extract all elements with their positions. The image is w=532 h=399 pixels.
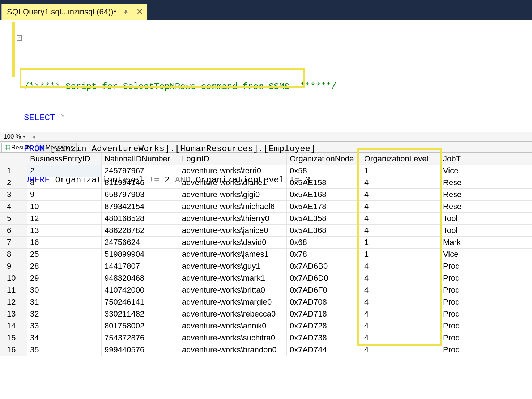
cell[interactable]: 16 xyxy=(27,237,102,249)
col-header[interactable]: OrganizationNode xyxy=(287,153,361,165)
row-number[interactable]: 12 xyxy=(0,296,27,308)
cell[interactable]: adventure-works\gigi0 xyxy=(179,189,287,201)
cell[interactable]: 1 xyxy=(361,237,440,249)
table-row[interactable]: 28811994146adventure-works\diane10x5AE15… xyxy=(0,177,532,189)
cell[interactable]: 0x5AE358 xyxy=(287,213,361,225)
col-header[interactable]: JobT xyxy=(440,153,532,165)
cell[interactable]: Vice xyxy=(440,249,532,260)
cell[interactable]: Prod xyxy=(440,296,532,308)
cell[interactable]: adventure-works\mark1 xyxy=(179,272,287,284)
cell[interactable]: adventure-works\david0 xyxy=(179,237,287,249)
document-tab[interactable]: SQLQuery1.sql...inzinsql (64))* ✕ xyxy=(1,4,147,20)
table-row[interactable]: 12245797967adventure-works\terri00x581Vi… xyxy=(0,165,532,177)
cell[interactable]: 14417807 xyxy=(102,260,179,272)
table-row[interactable]: 1534754372876adventure-works\suchitra00x… xyxy=(0,332,532,344)
cell[interactable]: 12 xyxy=(27,213,102,225)
row-number[interactable]: 11 xyxy=(0,284,27,296)
cell[interactable]: adventure-works\brandon0 xyxy=(179,344,287,356)
cell[interactable]: 0x5AE158 xyxy=(287,177,361,189)
cell[interactable]: 10 xyxy=(27,201,102,213)
cell[interactable]: 330211482 xyxy=(102,308,179,320)
col-header[interactable]: NationalIDNumber xyxy=(102,153,179,165)
row-number[interactable]: 7 xyxy=(0,237,27,249)
row-number[interactable]: 13 xyxy=(0,308,27,320)
cell[interactable]: 0x7AD6D0 xyxy=(287,272,361,284)
cell[interactable]: adventure-works\guy1 xyxy=(179,260,287,272)
row-number[interactable]: 2 xyxy=(0,177,27,189)
cell[interactable]: 0x7AD738 xyxy=(287,332,361,344)
cell[interactable]: adventure-works\thierry0 xyxy=(179,213,287,225)
cell[interactable]: 750246141 xyxy=(102,296,179,308)
cell[interactable]: adventure-works\terri0 xyxy=(179,165,287,177)
cell[interactable]: adventure-works\annik0 xyxy=(179,320,287,332)
cell[interactable]: 0x5AE168 xyxy=(287,189,361,201)
results-table[interactable]: BusinessEntityID NationalIDNumber LoginI… xyxy=(0,153,532,356)
cell[interactable]: 34 xyxy=(27,332,102,344)
cell[interactable]: 480168528 xyxy=(102,213,179,225)
cell[interactable]: 4 xyxy=(361,308,440,320)
cell[interactable]: Prod xyxy=(440,308,532,320)
cell[interactable]: 31 xyxy=(27,296,102,308)
table-row[interactable]: 1231750246141adventure-works\margie00x7A… xyxy=(0,296,532,308)
cell[interactable]: Tool xyxy=(440,225,532,237)
cell[interactable]: 0x68 xyxy=(287,237,361,249)
cell[interactable]: 999440576 xyxy=(102,344,179,356)
cell[interactable]: Prod xyxy=(440,344,532,356)
table-row[interactable]: 1433801758002adventure-works\annik00x7AD… xyxy=(0,320,532,332)
cell[interactable]: 4 xyxy=(361,284,440,296)
cell[interactable]: 24756624 xyxy=(102,237,179,249)
cell[interactable]: 4 xyxy=(361,332,440,344)
cell[interactable]: 0x7AD728 xyxy=(287,320,361,332)
cell[interactable]: adventure-works\margie0 xyxy=(179,296,287,308)
cell[interactable]: 4 xyxy=(361,213,440,225)
cell[interactable]: 0x78 xyxy=(287,249,361,260)
col-header[interactable]: OrganizationLevel xyxy=(361,153,440,165)
cell[interactable]: Vice xyxy=(440,165,532,177)
cell[interactable]: 754372876 xyxy=(102,332,179,344)
cell[interactable]: 28 xyxy=(27,260,102,272)
cell[interactable]: Prod xyxy=(440,260,532,272)
cell[interactable]: Rese xyxy=(440,201,532,213)
cell[interactable]: 13 xyxy=(27,225,102,237)
row-number[interactable]: 6 xyxy=(0,225,27,237)
cell[interactable]: Prod xyxy=(440,284,532,296)
col-header[interactable]: LoginID xyxy=(179,153,287,165)
sql-editor[interactable]: − /****** Script for SelectTopNRows comm… xyxy=(0,20,532,132)
cell[interactable]: Mark xyxy=(440,237,532,249)
cell[interactable]: 1 xyxy=(361,165,440,177)
table-row[interactable]: 825519899904adventure-works\james10x781V… xyxy=(0,249,532,260)
cell[interactable]: 4 xyxy=(361,272,440,284)
table-row[interactable]: 512480168528adventure-works\thierry00x5A… xyxy=(0,213,532,225)
cell[interactable]: 32 xyxy=(27,308,102,320)
row-number[interactable]: 14 xyxy=(0,320,27,332)
cell[interactable]: 33 xyxy=(27,320,102,332)
cell[interactable]: 0x5AE178 xyxy=(287,201,361,213)
cell[interactable]: 0x7AD6B0 xyxy=(287,260,361,272)
cell[interactable]: 245797967 xyxy=(102,165,179,177)
cell[interactable]: adventure-works\janice0 xyxy=(179,225,287,237)
cell[interactable]: Prod xyxy=(440,332,532,344)
cell[interactable]: 9 xyxy=(27,189,102,201)
row-number[interactable]: 3 xyxy=(0,189,27,201)
cell[interactable]: 0x7AD744 xyxy=(287,344,361,356)
cell[interactable]: adventure-works\diane1 xyxy=(179,177,287,189)
outline-collapse-toggle[interactable]: − xyxy=(17,35,22,41)
cell[interactable]: Rese xyxy=(440,177,532,189)
row-number[interactable]: 5 xyxy=(0,213,27,225)
table-row[interactable]: 92814417807adventure-works\guy10x7AD6B04… xyxy=(0,260,532,272)
cell[interactable]: 519899904 xyxy=(102,249,179,260)
rownum-header[interactable] xyxy=(0,153,27,165)
cell[interactable]: adventure-works\james1 xyxy=(179,249,287,260)
row-number[interactable]: 15 xyxy=(0,332,27,344)
cell[interactable]: 4 xyxy=(361,320,440,332)
row-number[interactable]: 9 xyxy=(0,260,27,272)
cell[interactable]: 25 xyxy=(27,249,102,260)
cell[interactable]: 30 xyxy=(27,284,102,296)
row-number[interactable]: 16 xyxy=(0,344,27,356)
cell[interactable]: 4 xyxy=(361,225,440,237)
row-number[interactable]: 10 xyxy=(0,272,27,284)
table-row[interactable]: 1635999440576adventure-works\brandon00x7… xyxy=(0,344,532,356)
cell[interactable]: 658797903 xyxy=(102,189,179,201)
cell[interactable]: 4 xyxy=(361,177,440,189)
cell[interactable]: 486228782 xyxy=(102,225,179,237)
